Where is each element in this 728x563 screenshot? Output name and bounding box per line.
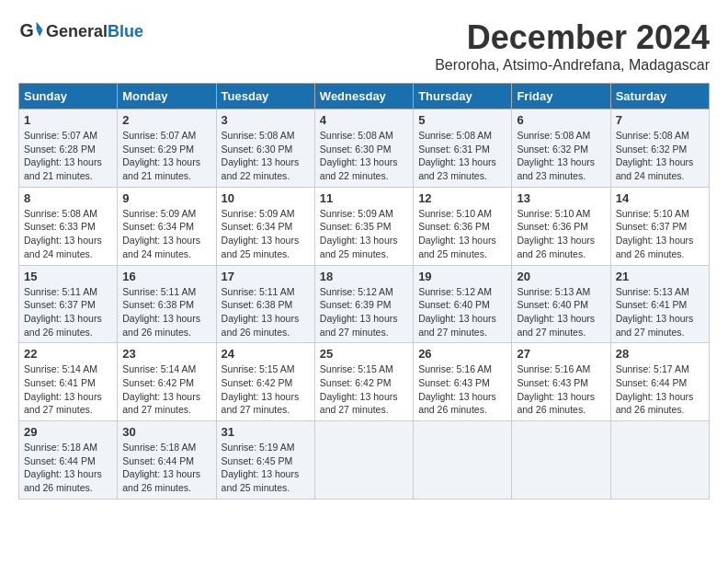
day-header-friday: Friday — [512, 84, 610, 109]
logo-blue: Blue — [108, 22, 143, 40]
cell-content: Sunrise: 5:08 AMSunset: 6:32 PMDaylight:… — [616, 129, 704, 183]
calendar-cell — [414, 421, 512, 500]
calendar-cell: 16Sunrise: 5:11 AMSunset: 6:38 PMDayligh… — [118, 265, 216, 343]
cell-content: Sunrise: 5:16 AMSunset: 6:43 PMDaylight:… — [418, 362, 506, 417]
day-number: 30 — [122, 425, 210, 439]
day-number: 7 — [616, 113, 704, 127]
title-area: December 2024 Beroroha, Atsimo-Andrefana… — [435, 18, 710, 74]
cell-content: Sunrise: 5:08 AMSunset: 6:30 PMDaylight:… — [222, 129, 310, 183]
cell-content: Sunrise: 5:14 AMSunset: 6:41 PMDaylight:… — [24, 362, 112, 417]
week-row-1: 1Sunrise: 5:07 AMSunset: 6:28 PMDaylight… — [19, 109, 710, 188]
cell-content: Sunrise: 5:15 AMSunset: 6:42 PMDaylight:… — [222, 362, 310, 417]
cell-content: Sunrise: 5:08 AMSunset: 6:33 PMDaylight:… — [24, 207, 112, 261]
day-number: 22 — [24, 347, 112, 361]
calendar-cell — [512, 421, 610, 500]
day-number: 15 — [24, 270, 112, 283]
cell-content: Sunrise: 5:11 AMSunset: 6:37 PMDaylight:… — [24, 285, 112, 339]
calendar-cell: 23Sunrise: 5:14 AMSunset: 6:42 PMDayligh… — [118, 343, 216, 421]
calendar-cell: 25Sunrise: 5:15 AMSunset: 6:42 PMDayligh… — [314, 343, 413, 421]
calendar-cell — [314, 421, 413, 500]
calendar-cell: 14Sunrise: 5:10 AMSunset: 6:37 PMDayligh… — [610, 187, 709, 265]
calendar-cell: 5Sunrise: 5:08 AMSunset: 6:31 PMDaylight… — [414, 109, 512, 188]
cell-content: Sunrise: 5:15 AMSunset: 6:42 PMDaylight:… — [320, 362, 408, 417]
cell-content: Sunrise: 5:09 AMSunset: 6:34 PMDaylight:… — [122, 207, 210, 261]
day-number: 4 — [320, 113, 408, 127]
day-number: 13 — [517, 191, 605, 205]
day-header-wednesday: Wednesday — [314, 84, 413, 109]
calendar-cell: 12Sunrise: 5:10 AMSunset: 6:36 PMDayligh… — [414, 187, 512, 265]
calendar-cell: 18Sunrise: 5:12 AMSunset: 6:39 PMDayligh… — [314, 265, 413, 343]
calendar-cell: 30Sunrise: 5:18 AMSunset: 6:44 PMDayligh… — [118, 421, 216, 500]
cell-content: Sunrise: 5:09 AMSunset: 6:34 PMDaylight:… — [222, 207, 310, 261]
day-number: 9 — [122, 191, 210, 205]
day-number: 1 — [24, 113, 112, 127]
calendar-cell: 31Sunrise: 5:19 AMSunset: 6:45 PMDayligh… — [216, 421, 314, 500]
calendar-cell: 13Sunrise: 5:10 AMSunset: 6:36 PMDayligh… — [512, 187, 610, 265]
cell-content: Sunrise: 5:08 AMSunset: 6:31 PMDaylight:… — [418, 129, 506, 183]
cell-content: Sunrise: 5:14 AMSunset: 6:42 PMDaylight:… — [122, 362, 210, 417]
calendar-cell: 3Sunrise: 5:08 AMSunset: 6:30 PMDaylight… — [216, 109, 314, 188]
cell-content: Sunrise: 5:10 AMSunset: 6:37 PMDaylight:… — [616, 207, 704, 261]
calendar-cell — [610, 421, 709, 500]
day-number: 28 — [616, 347, 704, 361]
day-number: 27 — [517, 347, 605, 361]
calendar-cell: 24Sunrise: 5:15 AMSunset: 6:42 PMDayligh… — [216, 343, 314, 421]
day-number: 21 — [616, 270, 704, 283]
cell-content: Sunrise: 5:17 AMSunset: 6:44 PMDaylight:… — [616, 362, 704, 417]
day-number: 25 — [320, 347, 408, 361]
day-header-monday: Monday — [118, 84, 216, 109]
calendar-cell: 7Sunrise: 5:08 AMSunset: 6:32 PMDaylight… — [610, 109, 709, 188]
header: G GeneralBlue December 2024 Beroroha, At… — [18, 18, 710, 74]
cell-content: Sunrise: 5:18 AMSunset: 6:44 PMDaylight:… — [24, 441, 112, 495]
week-row-2: 8Sunrise: 5:08 AMSunset: 6:33 PMDaylight… — [19, 187, 710, 265]
calendar-cell: 27Sunrise: 5:16 AMSunset: 6:43 PMDayligh… — [512, 343, 610, 421]
location-title: Beroroha, Atsimo-Andrefana, Madagascar — [435, 57, 710, 74]
day-number: 19 — [418, 270, 506, 283]
cell-content: Sunrise: 5:19 AMSunset: 6:45 PMDaylight:… — [222, 441, 310, 495]
day-number: 16 — [122, 270, 210, 283]
svg-marker-1 — [37, 22, 43, 30]
cell-content: Sunrise: 5:11 AMSunset: 6:38 PMDaylight:… — [122, 285, 210, 339]
calendar-cell: 11Sunrise: 5:09 AMSunset: 6:35 PMDayligh… — [314, 187, 413, 265]
svg-text:G: G — [19, 20, 33, 40]
day-number: 3 — [222, 113, 310, 127]
calendar-cell: 29Sunrise: 5:18 AMSunset: 6:44 PMDayligh… — [19, 421, 118, 500]
calendar-cell: 9Sunrise: 5:09 AMSunset: 6:34 PMDaylight… — [118, 187, 216, 265]
cell-content: Sunrise: 5:10 AMSunset: 6:36 PMDaylight:… — [517, 207, 605, 261]
day-number: 18 — [320, 270, 408, 283]
calendar-cell: 4Sunrise: 5:08 AMSunset: 6:30 PMDaylight… — [314, 109, 413, 188]
cell-content: Sunrise: 5:16 AMSunset: 6:43 PMDaylight:… — [517, 362, 605, 417]
cell-content: Sunrise: 5:07 AMSunset: 6:29 PMDaylight:… — [122, 129, 210, 183]
cell-content: Sunrise: 5:11 AMSunset: 6:38 PMDaylight:… — [222, 285, 310, 339]
calendar-table: SundayMondayTuesdayWednesdayThursdayFrid… — [18, 83, 710, 500]
week-row-3: 15Sunrise: 5:11 AMSunset: 6:37 PMDayligh… — [19, 265, 710, 343]
cell-content: Sunrise: 5:18 AMSunset: 6:44 PMDaylight:… — [122, 441, 210, 495]
week-row-4: 22Sunrise: 5:14 AMSunset: 6:41 PMDayligh… — [19, 343, 710, 421]
cell-content: Sunrise: 5:07 AMSunset: 6:28 PMDaylight:… — [24, 129, 112, 183]
calendar-cell: 19Sunrise: 5:12 AMSunset: 6:40 PMDayligh… — [414, 265, 512, 343]
day-number: 14 — [616, 191, 704, 205]
logo: G GeneralBlue — [18, 18, 143, 44]
week-row-5: 29Sunrise: 5:18 AMSunset: 6:44 PMDayligh… — [19, 421, 710, 500]
cell-content: Sunrise: 5:13 AMSunset: 6:40 PMDaylight:… — [517, 285, 605, 339]
day-number: 11 — [320, 191, 408, 205]
day-number: 24 — [222, 347, 310, 361]
cell-content: Sunrise: 5:10 AMSunset: 6:36 PMDaylight:… — [418, 207, 506, 261]
calendar-cell: 21Sunrise: 5:13 AMSunset: 6:41 PMDayligh… — [610, 265, 709, 343]
calendar-cell: 2Sunrise: 5:07 AMSunset: 6:29 PMDaylight… — [118, 109, 216, 188]
cell-content: Sunrise: 5:12 AMSunset: 6:39 PMDaylight:… — [320, 285, 408, 339]
calendar-cell: 28Sunrise: 5:17 AMSunset: 6:44 PMDayligh… — [610, 343, 709, 421]
logo-icon: G — [18, 18, 44, 44]
calendar-cell: 6Sunrise: 5:08 AMSunset: 6:32 PMDaylight… — [512, 109, 610, 188]
day-number: 8 — [24, 191, 112, 205]
cell-content: Sunrise: 5:08 AMSunset: 6:30 PMDaylight:… — [320, 129, 408, 183]
calendar-cell: 26Sunrise: 5:16 AMSunset: 6:43 PMDayligh… — [414, 343, 512, 421]
day-header-sunday: Sunday — [19, 84, 118, 109]
cell-content: Sunrise: 5:09 AMSunset: 6:35 PMDaylight:… — [320, 207, 408, 261]
cell-content: Sunrise: 5:08 AMSunset: 6:32 PMDaylight:… — [517, 129, 605, 183]
day-number: 2 — [122, 113, 210, 127]
day-number: 17 — [222, 270, 310, 283]
calendar-cell: 1Sunrise: 5:07 AMSunset: 6:28 PMDaylight… — [19, 109, 118, 188]
svg-marker-2 — [37, 30, 43, 37]
day-number: 31 — [222, 425, 310, 439]
